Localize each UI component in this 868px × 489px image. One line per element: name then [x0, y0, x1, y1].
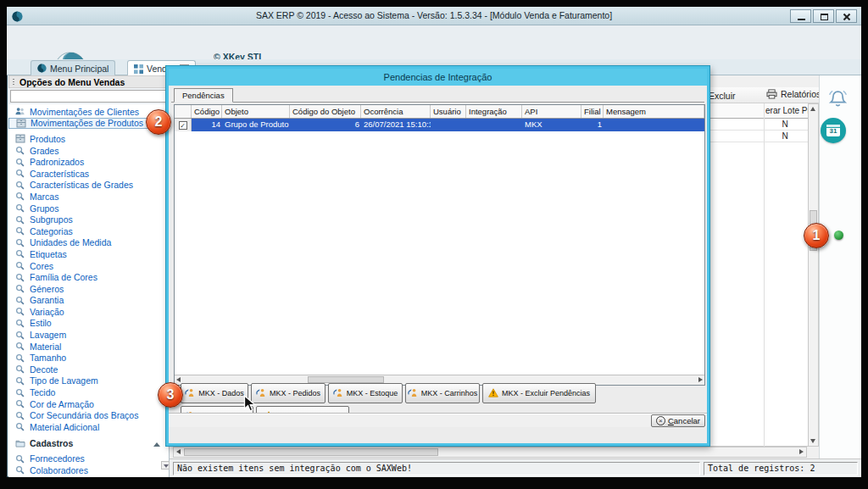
column-header[interactable]: [175, 105, 192, 118]
scroll-up-icon[interactable]: [810, 107, 815, 111]
scrollbar-thumb[interactable]: [184, 448, 438, 456]
mkx-carrinhos-button[interactable]: MKX - Carrinhos: [405, 383, 480, 403]
button-label: MKX - Excluir Pendências: [502, 389, 590, 397]
sidebar-item-label: Subgrupos: [30, 214, 73, 225]
mkx-pedidos-button[interactable]: MKX - Pedidos: [251, 383, 326, 403]
relatorios-toolbar-button[interactable]: Relatórios: [766, 89, 821, 99]
sidebar-item-garantia[interactable]: Garantia: [8, 295, 169, 307]
bell-icon[interactable]: [826, 89, 849, 114]
scroll-left-icon[interactable]: [176, 449, 181, 454]
scroll-right-icon[interactable]: [799, 449, 804, 454]
sidebar-item-label: Movimentações de Clientes: [30, 107, 139, 117]
sidebar-item-tamanho[interactable]: Tamanho: [8, 352, 169, 364]
modal-title[interactable]: Pendencias de Integração: [169, 69, 707, 86]
mkx-estoque-button[interactable]: MKX - Estoque: [328, 383, 403, 403]
sidebar-item-colaboradores[interactable]: Colaboradores: [8, 464, 169, 476]
sidebar-item-padronizados[interactable]: Padronizados: [8, 156, 169, 168]
row-cell: [604, 119, 704, 131]
sidebar-item-tecido[interactable]: Tecido: [8, 386, 169, 398]
scroll-down-icon[interactable]: [810, 439, 815, 443]
sidebar-item-cores[interactable]: Cores: [8, 260, 169, 272]
sidebar-item-grades[interactable]: Grades: [8, 145, 169, 157]
search-icon: [14, 465, 25, 475]
sidebar-item-estilo[interactable]: Estilo: [8, 318, 169, 330]
sidebar-search-input[interactable]: [10, 90, 168, 103]
close-button[interactable]: [836, 9, 857, 23]
row-cell: 6: [290, 119, 361, 131]
column-header-mensagem[interactable]: Mensagem: [604, 105, 704, 118]
vertical-scrollbar[interactable]: [808, 103, 819, 447]
sidebar-item-cor-secundaria-dos-bracos[interactable]: Cor Secundária dos Braços: [8, 409, 169, 421]
toolbar-label: Relatórios: [781, 89, 821, 99]
column-header-api[interactable]: API: [522, 105, 581, 118]
scrollbar-thumb[interactable]: [308, 376, 384, 383]
sidebar-scroll-down-button[interactable]: [161, 461, 170, 470]
sidebar-item-etiquetas[interactable]: Etiquetas: [8, 248, 169, 260]
excluir-toolbar-button[interactable]: Excluir: [709, 91, 736, 101]
pendencias-table[interactable]: CódigoObjetoCódigo do ObjetoOcorrênciaUs…: [174, 104, 705, 386]
table-row[interactable]: 14Grupo de Produto626/07/2021 15:10:1MKX…: [175, 119, 704, 131]
column-header-integracao[interactable]: Integração: [466, 105, 522, 118]
column-header-codigo[interactable]: Código: [192, 105, 222, 118]
annotation-circle-2: 2: [146, 109, 171, 135]
sidebar-item-fornecedores[interactable]: Fornecedores: [8, 453, 169, 464]
sidebar-item-label: Movimentações de Produtos: [31, 118, 143, 128]
search-icon: [14, 422, 25, 431]
window-title-bar[interactable]: SAX ERP © 2019 - Acesso ao Sistema - Ver…: [7, 7, 861, 25]
sidebar-item-lavagem[interactable]: Lavagem: [8, 329, 169, 341]
mkx-dados-button[interactable]: MKX - Dados: [181, 383, 248, 403]
sidebar-item-cor-de-armacao[interactable]: Cor de Armação: [8, 398, 169, 410]
sidebar-item-caracteristicas[interactable]: Características: [8, 168, 169, 180]
scroll-left-icon[interactable]: [176, 377, 181, 382]
column-header-objeto[interactable]: Objeto: [222, 105, 290, 118]
row-checkbox[interactable]: [179, 121, 187, 130]
sidebar-item-label: Garantia: [30, 295, 64, 305]
printer-icon: [766, 89, 777, 99]
column-header-codigo-do-objeto[interactable]: Código do Objeto: [290, 105, 361, 118]
sidebar-item-grupos[interactable]: Grupos: [8, 203, 169, 214]
minimize-icon: [798, 19, 805, 20]
horizontal-scrollbar[interactable]: [173, 447, 807, 458]
mkx-excluir-pendencias-button[interactable]: MKX - Excluir Pendências: [482, 383, 596, 403]
sidebar-item-decote[interactable]: Decote: [8, 364, 169, 375]
button-label: MKX - Pedidos: [270, 389, 320, 397]
sidebar-item-label: Material: [30, 342, 61, 352]
search-icon: [14, 238, 25, 247]
sidebar-item-cadastros[interactable]: Cadastros: [8, 438, 169, 450]
sidebar-item-categorias[interactable]: Categorias: [8, 225, 169, 237]
search-icon: [14, 376, 25, 386]
sidebar-item-material-adicional[interactable]: Material Adicional: [8, 421, 169, 433]
sidebar-item-subgrupos[interactable]: Subgrupos: [8, 214, 169, 225]
column-header-usuario[interactable]: Usuário: [431, 105, 466, 118]
row-checkbox-cell[interactable]: [175, 119, 192, 131]
column-header-ocorrencia[interactable]: Ocorrência: [361, 105, 431, 118]
sidebar-item-label: Cores: [30, 261, 53, 271]
search-icon: [14, 215, 25, 225]
restore-button[interactable]: [813, 9, 834, 23]
folder-icon: [14, 439, 25, 447]
sidebar-item-material[interactable]: Material: [8, 341, 169, 353]
sidebar-item-movimentacoes-de-clientes[interactable]: Movimentações de Clientes: [8, 106, 169, 118]
sidebar-item-produtos[interactable]: Produtos: [8, 133, 169, 145]
status-green-dot[interactable]: [834, 231, 843, 240]
scroll-right-icon[interactable]: [698, 377, 703, 382]
calendar-badge[interactable]: 31: [821, 118, 846, 143]
column-header-filial[interactable]: Filial: [581, 105, 604, 118]
sidebar-item-variacao[interactable]: Variação: [8, 306, 169, 318]
minimize-button[interactable]: [790, 9, 811, 23]
chevron-up-icon[interactable]: [153, 442, 160, 447]
sidebar-item-caracteristicas-de-grades[interactable]: Características de Grades: [8, 180, 169, 192]
sidebar-item-generos[interactable]: Géneros: [8, 283, 169, 295]
sidebar-item-tipo-de-lavagem[interactable]: Tipo de Lavagem: [8, 375, 169, 387]
search-icon: [14, 284, 25, 293]
row-cell: [466, 119, 522, 131]
sidebar-item-label: Características: [30, 169, 89, 179]
sidebar-item-movimentacoes-de-produtos[interactable]: Movimentações de Produtos: [8, 118, 164, 130]
sidebar-item-marcas[interactable]: Marcas: [8, 191, 169, 203]
status-total-records: Total de registros: 2: [704, 462, 858, 475]
cancel-button[interactable]: Cancelar: [651, 414, 705, 427]
tab-pendencias[interactable]: Pendências: [174, 88, 233, 103]
sidebar-item-unidades-de-medida[interactable]: Unidades de Medida: [8, 237, 169, 249]
tab-menu-principal[interactable]: Menu Principal: [31, 60, 115, 75]
sidebar-item-familia-de-cores[interactable]: Família de Cores: [8, 271, 169, 283]
